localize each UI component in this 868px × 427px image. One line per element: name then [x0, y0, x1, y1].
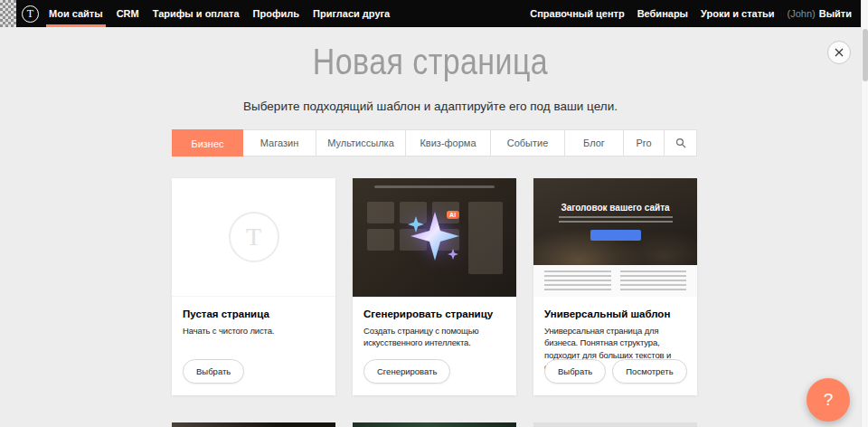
card-actions: Выбрать Посмотреть — [544, 359, 687, 384]
help-button[interactable]: ? — [807, 378, 850, 422]
tab-search[interactable] — [665, 130, 696, 156]
search-icon — [675, 138, 686, 148]
template-preview-partial — [172, 422, 335, 427]
nav-help-center[interactable]: Справочный центр — [530, 8, 624, 19]
tilda-watermark-icon: T — [229, 212, 279, 262]
page-subtitle: Выберите подходящий шаблон и адаптируйте… — [0, 100, 861, 113]
preview-decor-block — [367, 229, 394, 251]
nav-my-sites[interactable]: Мои сайты — [49, 0, 103, 27]
nav-profile[interactable]: Профиль — [253, 0, 299, 27]
ai-badge: AI — [447, 211, 459, 219]
card-description: Начать с чистого листа. — [183, 325, 325, 337]
nav-webinars[interactable]: Вебинары — [637, 8, 688, 19]
scrollbar[interactable] — [861, 0, 868, 427]
tilda-watermark-letter: T — [246, 223, 261, 251]
preview-cta-button — [590, 230, 641, 241]
tilda-logo[interactable]: T — [22, 5, 39, 23]
topbar-nav-right: Справочный центр Вебинары Уроки и статьи… — [530, 8, 861, 19]
user-chunk: (John) Выйти — [788, 8, 852, 19]
new-page-screen: T Мои сайты CRM Тарифы и оплата Профиль … — [0, 0, 868, 427]
card-ai-generate: AI Сгенерировать страницу Создать страни… — [353, 178, 516, 395]
tab-quiz-form[interactable]: Квиз-форма — [406, 130, 491, 156]
help-button-label: ? — [824, 390, 834, 410]
scrollbar-thumb[interactable] — [863, 29, 868, 81]
tab-event[interactable]: Событие — [491, 130, 565, 156]
view-button[interactable]: Посмотреть — [612, 359, 686, 384]
preview-text-column — [620, 270, 687, 292]
blank-page-preview[interactable]: T — [172, 178, 335, 297]
preview-decor-block — [367, 202, 394, 223]
nav-tariffs[interactable]: Тарифы и оплата — [153, 0, 240, 27]
card-actions: Сгенерировать — [363, 359, 450, 384]
choose-button[interactable]: Выбрать — [544, 359, 606, 384]
user-name: (John) — [788, 8, 816, 19]
card-universal-template: Заголовок вашего сайта Универсальный шаб… — [533, 178, 697, 395]
choose-button[interactable]: Выбрать — [183, 359, 244, 384]
card-title: Сгенерировать страницу — [363, 308, 505, 319]
tab-pro[interactable]: Pro — [624, 130, 665, 156]
nav-lessons[interactable]: Уроки и статьи — [701, 8, 775, 19]
preview-heading: Заголовок вашего сайта — [561, 203, 669, 213]
tab-multilink[interactable]: Мультиссылка — [316, 130, 406, 156]
preview-text-lines — [559, 216, 673, 224]
template-preview-partial — [533, 422, 697, 427]
card-body: Сгенерировать страницу Создать страницу … — [353, 297, 516, 349]
close-icon — [835, 48, 844, 57]
nav-crm[interactable]: CRM — [117, 0, 139, 27]
template-preview-partial — [353, 422, 516, 427]
generate-button[interactable]: Сгенерировать — [363, 359, 450, 384]
card-actions: Выбрать — [183, 359, 244, 384]
tilda-logo-letter: T — [27, 7, 33, 21]
preview-decor-line — [374, 185, 495, 188]
tab-business[interactable]: Бизнес — [172, 129, 243, 157]
preview-text-column — [544, 270, 611, 292]
card-blank-page: T Пустая страница Начать с чистого листа… — [172, 178, 335, 395]
nav-invite-friend[interactable]: Пригласи друга — [313, 0, 390, 27]
topbar: T Мои сайты CRM Тарифы и оплата Профиль … — [0, 0, 861, 27]
close-button[interactable] — [827, 41, 851, 64]
card-title: Универсальный шаблон — [544, 308, 686, 319]
template-tabs: Бизнес Магазин Мультиссылка Квиз-форма С… — [172, 129, 697, 157]
universal-template-preview[interactable]: Заголовок вашего сайта — [533, 178, 697, 297]
card-body: Пустая страница Начать с чистого листа. — [172, 297, 335, 337]
texture-pattern — [0, 0, 16, 27]
logout-link[interactable]: Выйти — [819, 8, 852, 19]
next-row-previews — [172, 422, 697, 427]
card-title: Пустая страница — [183, 308, 325, 319]
tab-blog[interactable]: Блог — [565, 130, 624, 156]
card-description: Создать страницу с помощью искусственног… — [363, 325, 505, 349]
preview-decor-block — [468, 202, 503, 274]
preview-text-section — [533, 265, 697, 297]
ai-generate-preview[interactable]: AI — [353, 178, 516, 297]
template-cards: T Пустая страница Начать с чистого листа… — [172, 178, 697, 395]
page-title: Новая страница — [64, 42, 796, 82]
preview-hero: Заголовок вашего сайта — [533, 178, 697, 265]
tab-shop[interactable]: Магазин — [243, 130, 316, 156]
topbar-nav-left: Мои сайты CRM Тарифы и оплата Профиль Пр… — [49, 0, 390, 27]
